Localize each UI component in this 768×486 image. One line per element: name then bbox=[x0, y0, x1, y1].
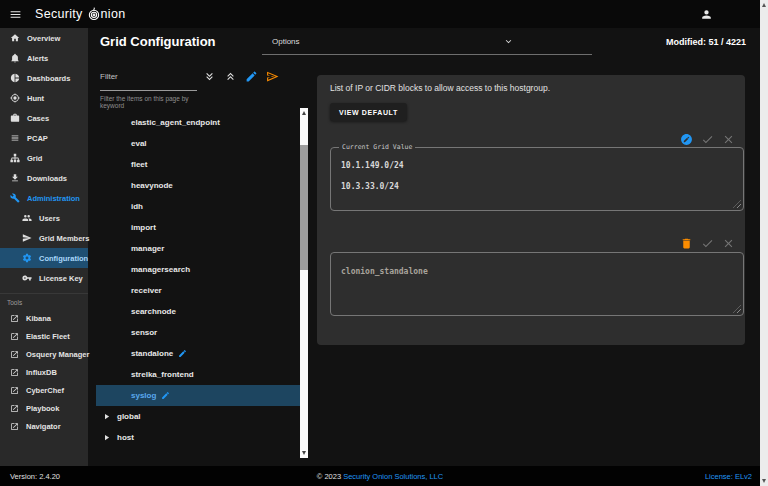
sidebar-item-grid-members[interactable]: Grid Members bbox=[0, 228, 88, 248]
tools-section-header: Tools bbox=[0, 293, 88, 309]
tree-item[interactable]: searchnode bbox=[96, 301, 300, 322]
expand-arrow-icon[interactable] bbox=[102, 412, 111, 421]
accept-check-icon[interactable] bbox=[701, 133, 714, 146]
sidebar-item-elastic-fleet[interactable]: Elastic Fleet bbox=[0, 327, 88, 345]
sidebar-item-grid[interactable]: Grid bbox=[0, 148, 88, 168]
filter-label: Filter bbox=[100, 68, 197, 81]
delete-trash-icon[interactable] bbox=[680, 237, 693, 250]
app-logo: Securitynion bbox=[35, 7, 125, 21]
sidebar-item-alerts[interactable]: Alerts bbox=[0, 48, 88, 68]
sidebar-item-cyberchef[interactable]: CyberChef bbox=[0, 381, 88, 399]
home-icon bbox=[10, 33, 20, 43]
apply-send-icon[interactable] bbox=[266, 70, 279, 83]
edit-pencil-circle-icon[interactable] bbox=[680, 133, 693, 146]
sidebar-item-users[interactable]: Users bbox=[0, 208, 88, 228]
edit-pencil-icon bbox=[161, 391, 170, 400]
tree-list: elastic_agent_endpoint eval fleet heavyn… bbox=[96, 108, 300, 458]
collapse-all-icon[interactable] bbox=[224, 70, 237, 83]
security-onion-app: Securitynion Overview Alerts Dashboards … bbox=[0, 0, 768, 486]
tree-item[interactable]: sensor bbox=[96, 322, 300, 343]
copyright: © 2023 Security Onion Solutions, LLC bbox=[0, 472, 760, 481]
sidebar-item-hunt[interactable]: Hunt bbox=[0, 88, 88, 108]
page-header: Grid Configuration Options Modified: 51 … bbox=[88, 28, 760, 56]
cancel-close-icon[interactable] bbox=[722, 237, 735, 250]
grid-value-actions bbox=[680, 133, 735, 146]
config-tree: elastic_agent_endpoint eval fleet heavyn… bbox=[96, 108, 308, 458]
cancel-close-icon[interactable] bbox=[722, 133, 735, 146]
tree-item[interactable]: elastic_agent_endpoint bbox=[96, 112, 300, 133]
sidebar-item-cases[interactable]: Cases bbox=[0, 108, 88, 128]
tree-item[interactable]: fleet bbox=[96, 154, 300, 175]
tree-item[interactable]: manager bbox=[96, 238, 300, 259]
users-icon bbox=[22, 213, 32, 223]
sidebar-item-influxdb[interactable]: InfluxDB bbox=[0, 363, 88, 381]
filter-input[interactable]: Filter Filter the items on this page by … bbox=[100, 68, 197, 109]
expand-arrow-icon[interactable] bbox=[102, 433, 111, 442]
sidebar-item-navigator[interactable]: Navigator bbox=[0, 417, 88, 435]
menu-icon[interactable] bbox=[9, 8, 22, 21]
sidebar-item-configuration[interactable]: Configuration bbox=[0, 248, 88, 268]
edit-pencil-icon[interactable] bbox=[245, 70, 258, 83]
edit-pencil-icon bbox=[178, 349, 187, 358]
current-grid-value-label: Current Grid Value bbox=[339, 143, 415, 151]
options-expansion-panel[interactable]: Options bbox=[262, 28, 592, 55]
setting-description: List of IP or CIDR blocks to allow acces… bbox=[330, 83, 550, 93]
copyright-link[interactable]: Security Onion Solutions, LLC bbox=[343, 472, 443, 481]
gear-icon bbox=[22, 253, 32, 263]
chevron-down-icon[interactable] bbox=[503, 36, 514, 47]
briefcase-icon bbox=[10, 113, 20, 123]
top-app-bar: Securitynion bbox=[0, 0, 768, 28]
tree-item[interactable]: standalone bbox=[96, 343, 300, 364]
external-link-icon bbox=[10, 332, 19, 341]
filter-hint: Filter the items on this page by keyword bbox=[100, 95, 197, 109]
page-scrollbar[interactable] bbox=[760, 0, 768, 486]
custom-value-text[interactable]: clonion_standalone bbox=[331, 253, 743, 282]
tree-item[interactable]: managersearch bbox=[96, 259, 300, 280]
view-default-button[interactable]: VIEW DEFAULT bbox=[330, 103, 407, 121]
scrollbar-thumb[interactable] bbox=[300, 145, 308, 270]
custom-value-field[interactable]: clonion_standalone bbox=[330, 252, 744, 316]
filter-underline bbox=[100, 90, 197, 91]
tree-node-host[interactable]: host bbox=[96, 427, 300, 448]
external-link-icon bbox=[10, 350, 19, 359]
external-link-icon bbox=[10, 422, 19, 431]
current-grid-value-text[interactable]: 10.1.149.0/24 10.3.33.0/24 bbox=[331, 148, 743, 197]
current-grid-value-field[interactable]: Current Grid Value 10.1.149.0/24 10.3.33… bbox=[330, 147, 744, 211]
tree-toolbar bbox=[203, 70, 279, 83]
sidebar-item-administration[interactable]: Administration bbox=[0, 188, 88, 208]
sidebar-item-downloads[interactable]: Downloads bbox=[0, 168, 88, 188]
tree-item[interactable]: heavynode bbox=[96, 175, 300, 196]
key-icon bbox=[22, 273, 32, 283]
download-icon bbox=[10, 173, 20, 183]
scroll-up-arrow-icon[interactable] bbox=[302, 111, 306, 115]
tree-scrollbar[interactable] bbox=[300, 108, 308, 458]
tree-node-global[interactable]: global bbox=[96, 406, 300, 427]
page-title: Grid Configuration bbox=[100, 28, 216, 56]
footer: Version: 2.4.20 © 2023 Security Onion So… bbox=[0, 466, 760, 486]
scroll-down-arrow-icon[interactable] bbox=[302, 451, 306, 455]
tree-item[interactable]: receiver bbox=[96, 280, 300, 301]
expand-all-icon[interactable] bbox=[203, 70, 216, 83]
license-link[interactable]: License: ELv2 bbox=[705, 472, 752, 481]
sidebar-item-playbook[interactable]: Playbook bbox=[0, 399, 88, 417]
sidebar-item-osquery-manager[interactable]: Osquery Manager bbox=[0, 345, 88, 363]
wrench-icon bbox=[10, 193, 20, 203]
tree-item-selected[interactable]: syslog bbox=[96, 385, 300, 406]
scroll-down-arrow-icon[interactable] bbox=[762, 479, 766, 483]
onion-logo-icon bbox=[87, 7, 101, 21]
scroll-up-arrow-icon[interactable] bbox=[762, 3, 766, 7]
sidebar-item-license-key[interactable]: License Key bbox=[0, 268, 88, 288]
external-link-icon bbox=[10, 404, 19, 413]
user-account-icon[interactable] bbox=[700, 8, 713, 21]
sidebar-item-overview[interactable]: Overview bbox=[0, 28, 88, 48]
tree-item[interactable]: strelka_frontend bbox=[96, 364, 300, 385]
sidebar-item-kibana[interactable]: Kibana bbox=[0, 309, 88, 327]
tree-item[interactable]: import bbox=[96, 217, 300, 238]
accept-check-icon[interactable] bbox=[701, 237, 714, 250]
tree-item[interactable]: eval bbox=[96, 133, 300, 154]
sidebar-item-dashboards[interactable]: Dashboards bbox=[0, 68, 88, 88]
external-link-icon bbox=[10, 314, 19, 323]
sitemap-icon bbox=[10, 153, 20, 163]
tree-item[interactable]: idh bbox=[96, 196, 300, 217]
sidebar-item-pcap[interactable]: PCAP bbox=[0, 128, 88, 148]
